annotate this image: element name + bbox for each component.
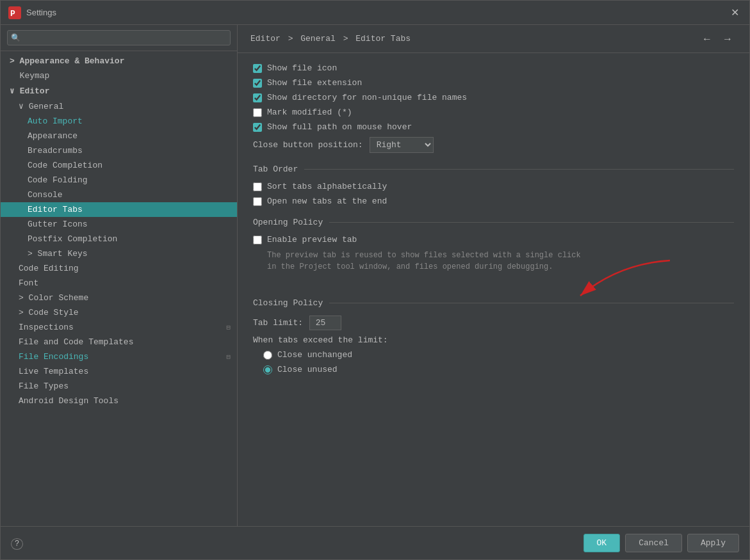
search-icon: 🔍 <box>11 33 20 43</box>
red-arrow <box>542 257 683 308</box>
enable-preview-tab-label: Enable preview tab <box>267 235 357 244</box>
nav-buttons: ← → <box>698 32 737 46</box>
sidebar-item-keymap[interactable]: Keymap <box>1 68 237 83</box>
sidebar-item-general[interactable]: ∨ General <box>1 99 237 114</box>
tab-order-divider: Tab Order <box>253 164 734 174</box>
tab-order-line <box>304 169 734 170</box>
mark-modified-label: Mark modified (*) <box>267 108 352 117</box>
show-file-extension-label: Show file extension <box>267 78 362 88</box>
footer: ? OK Cancel Apply <box>1 526 749 559</box>
opening-policy-line <box>329 222 734 223</box>
show-file-icon-row: Show file icon <box>253 63 734 73</box>
open-new-tabs-end-row: Open new tabs at the end <box>253 196 734 206</box>
open-new-tabs-end-label: Open new tabs at the end <box>267 196 387 206</box>
show-directory-checkbox[interactable] <box>253 93 262 102</box>
close-unused-radio[interactable] <box>263 365 272 374</box>
close-unused-label: Close unused <box>277 365 338 374</box>
show-file-extension-checkbox[interactable] <box>253 79 262 88</box>
closing-policy-title: Closing Policy <box>253 298 323 308</box>
apply-button[interactable]: Apply <box>687 534 739 552</box>
sidebar-item-android-design-tools[interactable]: Android Design Tools <box>1 394 237 408</box>
sidebar-item-color-scheme[interactable]: > Color Scheme <box>1 291 237 305</box>
close-unchanged-label: Close unchanged <box>277 350 352 360</box>
sidebar-item-postfix-completion[interactable]: Postfix Completion <box>1 232 237 246</box>
breadcrumb-general: General <box>300 34 336 44</box>
sort-alphabetically-row: Sort tabs alphabetically <box>253 182 734 191</box>
title-bar-left: P Settings <box>8 6 56 19</box>
show-directory-row: Show directory for non-unique file names <box>253 93 734 102</box>
sidebar-item-code-completion[interactable]: Code Completion <box>1 158 237 173</box>
sidebar-item-font[interactable]: Font <box>1 276 237 291</box>
sidebar-item-code-editing[interactable]: Code Editing <box>1 261 237 276</box>
mark-modified-row: Mark modified (*) <box>253 108 734 117</box>
sidebar-item-smart-keys[interactable]: > Smart Keys <box>1 246 237 261</box>
close-unused-row: Close unused <box>263 365 734 374</box>
sidebar-item-auto-import[interactable]: Auto Import <box>1 114 237 129</box>
sort-alphabetically-checkbox[interactable] <box>253 182 262 191</box>
search-input[interactable] <box>7 30 231 45</box>
sidebar-item-file-code-templates[interactable]: File and Code Templates <box>1 335 237 349</box>
tab-limit-row: Tab limit: <box>253 316 734 330</box>
sidebar-item-inspections[interactable]: Inspections ⊟ <box>1 320 237 335</box>
app-icon: P <box>8 6 21 19</box>
enable-preview-tab-checkbox[interactable] <box>253 236 262 244</box>
breadcrumb-editor: Editor <box>250 34 281 44</box>
nav-forward-button[interactable]: → <box>719 32 737 46</box>
search-container: 🔍 <box>7 30 231 45</box>
sidebar: 🔍 > Appearance & Behavior Keymap ∨ Edito… <box>1 25 238 526</box>
breadcrumb: Editor > General > Editor Tabs <box>250 34 411 44</box>
sort-alphabetically-label: Sort tabs alphabetically <box>267 182 387 191</box>
close-unchanged-row: Close unchanged <box>263 350 734 360</box>
tab-limit-label: Tab limit: <box>253 318 303 328</box>
file-encodings-icon: ⊟ <box>226 353 231 361</box>
sidebar-item-breadcrumbs[interactable]: Breadcrumbs <box>1 143 237 158</box>
sidebar-item-editor[interactable]: ∨ Editor <box>1 83 237 99</box>
when-exceed-row: When tabs exceed the limit: <box>253 335 734 345</box>
panel-header: Editor > General > Editor Tabs ← → <box>238 25 749 53</box>
sidebar-item-file-types[interactable]: File Types <box>1 379 237 394</box>
sidebar-item-gutter-icons[interactable]: Gutter Icons <box>1 217 237 232</box>
nav-back-button[interactable]: ← <box>698 32 716 46</box>
show-full-path-checkbox[interactable] <box>253 123 262 132</box>
enable-preview-tab-row: Enable preview tab <box>253 235 734 244</box>
when-exceed-label: When tabs exceed the limit: <box>253 335 388 345</box>
mark-modified-checkbox[interactable] <box>253 108 262 117</box>
opening-policy-title: Opening Policy <box>253 218 323 227</box>
help-button[interactable]: ? <box>11 538 23 548</box>
breadcrumb-sep1: > <box>288 34 298 44</box>
close-button[interactable]: ✕ <box>728 6 742 19</box>
close-unchanged-radio[interactable] <box>263 351 272 360</box>
tab-order-title: Tab Order <box>253 164 298 174</box>
close-button-position-select[interactable]: Right Left Hidden <box>370 137 434 153</box>
show-file-icon-checkbox[interactable] <box>253 64 262 73</box>
sidebar-item-code-style[interactable]: > Code Style <box>1 305 237 320</box>
settings-window: P Settings ✕ 🔍 > Appearance & Behavior K… <box>0 0 750 560</box>
sidebar-item-editor-tabs[interactable]: Editor Tabs <box>1 202 237 217</box>
close-button-position-label: Close button position: <box>253 140 363 150</box>
window-title: Settings <box>26 8 56 17</box>
sidebar-item-appearance-behavior[interactable]: > Appearance & Behavior <box>1 54 237 68</box>
sidebar-item-console[interactable]: Console <box>1 188 237 202</box>
sidebar-item-appearance[interactable]: Appearance <box>1 129 237 143</box>
sidebar-item-code-folding[interactable]: Code Folding <box>1 173 237 188</box>
help-icon: ? <box>11 538 23 550</box>
opening-policy-divider: Opening Policy <box>253 218 734 227</box>
sidebar-item-live-templates[interactable]: Live Templates <box>1 364 237 379</box>
show-directory-label: Show directory for non-unique file names <box>267 93 467 102</box>
ok-button[interactable]: OK <box>583 534 621 552</box>
footer-buttons: OK Cancel Apply <box>583 534 739 552</box>
breadcrumb-editor-tabs: Editor Tabs <box>355 34 411 44</box>
tab-limit-input[interactable] <box>309 316 341 330</box>
close-button-position-row: Close button position: Right Left Hidden <box>253 137 734 153</box>
cancel-button[interactable]: Cancel <box>625 534 682 552</box>
show-file-icon-label: Show file icon <box>267 63 337 73</box>
show-full-path-label: Show full path on mouse hover <box>267 122 412 132</box>
open-new-tabs-end-checkbox[interactable] <box>253 197 262 206</box>
search-wrap: 🔍 <box>1 25 237 51</box>
sidebar-item-file-encodings[interactable]: File Encodings ⊟ <box>1 349 237 364</box>
main-content: 🔍 > Appearance & Behavior Keymap ∨ Edito… <box>1 25 749 526</box>
title-bar: P Settings ✕ <box>1 1 749 25</box>
show-full-path-row: Show full path on mouse hover <box>253 122 734 132</box>
inspections-icon: ⊟ <box>226 323 231 332</box>
breadcrumb-sep2: > <box>343 34 354 44</box>
